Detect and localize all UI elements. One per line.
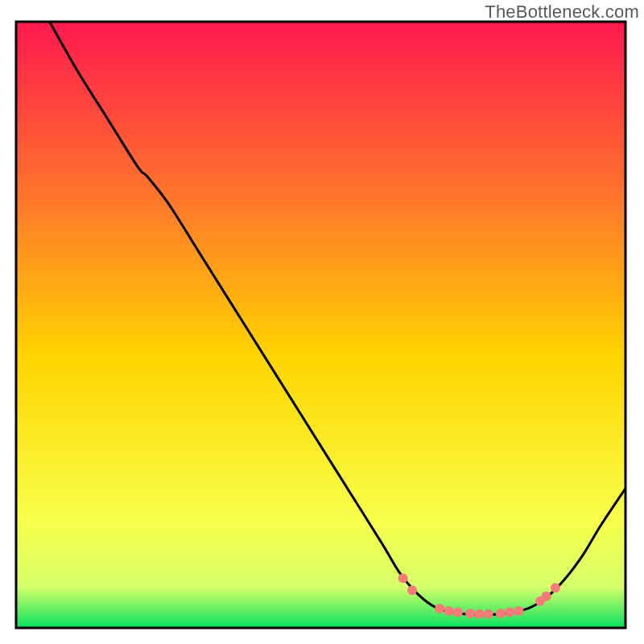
marker-point [496, 609, 506, 618]
marker-point [444, 606, 453, 616]
marker-point [514, 606, 524, 616]
marker-point [465, 609, 475, 618]
marker-point [453, 607, 463, 617]
gradient-background [16, 22, 625, 631]
marker-point [505, 607, 514, 617]
marker-point [398, 573, 408, 583]
marker-point [435, 604, 444, 613]
watermark-text: TheBottleneck.com [485, 2, 639, 23]
marker-point [484, 609, 493, 619]
marker-point [551, 583, 560, 592]
bottleneck-chart [0, 0, 644, 644]
marker-point [474, 609, 484, 619]
chart-container: TheBottleneck.com [0, 0, 644, 644]
marker-point [407, 585, 417, 595]
marker-point [542, 592, 551, 601]
